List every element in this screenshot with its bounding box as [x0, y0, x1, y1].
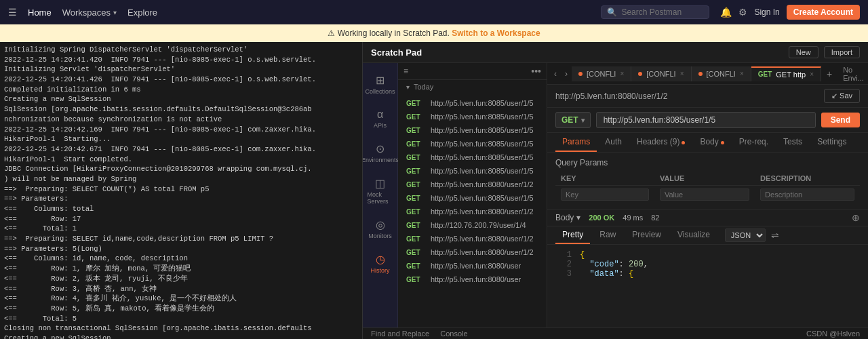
search-icon: 🔍 [607, 7, 617, 17]
status-badge: 200 OK [589, 214, 614, 222]
tab-close-icon[interactable]: × [620, 70, 624, 77]
history-item[interactable]: GEThttp://p5.lven.fun:8080/user/1/2 [398, 245, 547, 259]
method-select[interactable]: GET ▾ [555, 112, 591, 128]
history-item[interactable]: GEThttp://p5.lven.fun:8085/user/1/5 [398, 191, 547, 205]
nav-home[interactable]: Home [28, 7, 52, 18]
req-tab-tests[interactable]: Tests [776, 133, 809, 152]
tab-item-1[interactable]: [CONFLI× [631, 66, 691, 81]
banner-icon: ⚠ [328, 28, 335, 38]
history-item[interactable]: GEThttp://p5.lven.fun:8080/user/1/2 [398, 178, 547, 191]
tab-close-icon[interactable]: × [810, 71, 814, 78]
sidebar-icon-sym: ⊞ [376, 74, 384, 87]
nav-explore[interactable]: Explore [127, 7, 157, 18]
resp-tab-raw[interactable]: Raw [593, 226, 623, 244]
history-method: GET [406, 235, 425, 243]
terminal-line: Creating a new SqlSession [4, 334, 358, 339]
history-item[interactable]: GEThttp://p5.lven.fun:8080/user/1/2 [398, 232, 547, 245]
history-item[interactable]: GEThttp://p5.lven.fun:8080/user [398, 259, 547, 273]
import-button[interactable]: Import [824, 46, 860, 58]
response-body[interactable]: 1{ 2 "code": 200, 3 "data": { [547, 245, 868, 327]
history-item[interactable]: GEThttp://p5.lven.fun:8080/user [398, 273, 547, 286]
history-item[interactable]: GEThttp://p5.lven.fun:8085/user/1/5 [398, 137, 547, 151]
history-item[interactable]: GEThttp://p5.lven.fun:8085/user/1/5 [398, 123, 547, 137]
tabs-next-button[interactable]: › [561, 66, 572, 81]
bell-icon[interactable]: 🔔 [720, 7, 732, 18]
settings-icon[interactable]: ⚙ [738, 7, 747, 18]
tab-item-0[interactable]: [CONFLI× [572, 66, 631, 81]
req-tab-body[interactable]: Body [693, 133, 730, 152]
tab-close-icon[interactable]: × [740, 70, 744, 77]
request-tabs: ParamsAuthHeaders (9)BodyPre-req.TestsSe… [547, 133, 868, 153]
terminal-line: JDBC Connection [HikariProxyConnection@2… [4, 164, 358, 174]
history-item[interactable]: GEThttp://p5.lven.fun:8085/user/1/5 [398, 96, 547, 110]
top-nav: ☰ Home Workspaces ▾ Explore 🔍 🔔 ⚙ Sign I… [0, 0, 868, 24]
find-replace-button[interactable]: Find and Replace [371, 330, 429, 338]
history-item[interactable]: GEThttp://p5.lven.fun:8085/user/1/5 [398, 151, 547, 164]
json-format-select[interactable]: JSON [725, 228, 766, 242]
resp-tab-pretty[interactable]: Pretty [555, 226, 590, 244]
history-item[interactable]: GEThttp://p5.lven.fun:8085/user/1/5 [398, 164, 547, 178]
req-tab-settings[interactable]: Settings [810, 133, 853, 152]
key-input[interactable] [561, 188, 649, 201]
req-tab-headers----[interactable]: Headers (9) [630, 133, 692, 152]
value-input[interactable] [660, 188, 749, 201]
hamburger-icon[interactable]: ☰ [8, 7, 17, 18]
terminal-line: ==> Preparing: SELECT id,name,code,descr… [4, 234, 358, 244]
send-button[interactable]: Send [821, 113, 860, 127]
sidebar-item-mock-servers[interactable]: ◫Mock Servers [365, 172, 396, 210]
response-size: 82 [651, 214, 659, 222]
search-input[interactable] [621, 7, 696, 17]
signin-button[interactable]: Sign In [754, 7, 779, 17]
terminal-panel[interactable]: Initializing Spring DispatcherServlet 'd… [0, 42, 363, 339]
history-sidebar: ≡ ••• ▾ Today GEThttp://p5.lven.fun:8085… [398, 63, 547, 327]
create-account-button[interactable]: Create Account [787, 5, 860, 20]
history-method: GET [406, 181, 425, 188]
history-item[interactable]: GEThttp://p5.lven.fun:8080/user/1/2 [398, 205, 547, 218]
sidebar-icon-sym: α [377, 108, 383, 121]
sidebar-item-monitors[interactable]: ◎Monitors [365, 213, 396, 245]
param-row [555, 186, 860, 204]
today-label: Today [414, 83, 433, 91]
nav-workspaces[interactable]: Workspaces ▾ [62, 7, 117, 18]
nav-search[interactable]: 🔍 [601, 5, 709, 19]
history-url: http://p5.lven.fun:8085/user/1/5 [431, 113, 534, 121]
body-label[interactable]: Body ▾ [555, 213, 580, 222]
format-icon[interactable]: ⊕ [852, 212, 860, 223]
history-method: GET [406, 195, 425, 202]
history-method: GET [406, 167, 425, 175]
resp-tab-preview[interactable]: Preview [625, 226, 668, 244]
req-tab-pre-req-[interactable]: Pre-req. [732, 133, 775, 152]
history-list[interactable]: GEThttp://p5.lven.fun:8085/user/1/5GETht… [398, 94, 547, 327]
add-tab-button[interactable]: + [821, 66, 837, 82]
environment-selector[interactable]: No Envi... [837, 66, 868, 82]
tab-item-3[interactable]: GETGET http× [751, 66, 821, 81]
save-button[interactable]: ↙ Sav [824, 89, 860, 103]
resp-tab-visualize[interactable]: Visualize [671, 226, 717, 244]
history-item[interactable]: GEThttp://120.76.200.79/user/1/4 [398, 218, 547, 232]
history-url: http://120.76.200.79/user/1/4 [431, 221, 526, 229]
desc-input[interactable] [760, 188, 854, 201]
req-tab-auth[interactable]: Auth [598, 133, 629, 152]
tab-item-2[interactable]: [CONFLI× [692, 66, 751, 81]
wrap-icon[interactable]: ⇌ [771, 230, 779, 241]
postman-inner: ⊞CollectionsαAPIs⊙Environments◫Mock Serv… [363, 63, 868, 327]
tab-close-icon[interactable]: × [680, 70, 684, 77]
more-options-icon[interactable]: ••• [531, 66, 541, 77]
url-input[interactable] [596, 112, 816, 128]
terminal-line: Initializing Servlet 'dispatcherServlet' [4, 64, 358, 75]
sidebar-item-history[interactable]: ◷History [365, 247, 396, 279]
sidebar-item-collections[interactable]: ⊞Collections [365, 68, 396, 100]
sidebar-icon-label: Mock Servers [368, 191, 393, 205]
history-item[interactable]: GEThttp://p5.lven.fun:8085/user/1/5 [398, 110, 547, 123]
sidebar-item-environments[interactable]: ⊙Environments [365, 137, 396, 169]
filter-icon[interactable]: ≡ [403, 66, 408, 76]
new-button[interactable]: New [789, 46, 818, 58]
history-today-header: ▾ Today [398, 80, 547, 94]
req-tab-params[interactable]: Params [555, 133, 597, 152]
response-header: Body ▾ 200 OK 49 ms 82 ⊕ [547, 210, 868, 226]
tabs-prev-button[interactable]: ‹ [550, 66, 561, 81]
console-button[interactable]: Console [440, 330, 467, 338]
sidebar-item-apis[interactable]: αAPIs [365, 103, 396, 134]
params-title: Query Params [555, 158, 860, 167]
switch-workspace-link[interactable]: Switch to a Workspace [452, 28, 540, 38]
